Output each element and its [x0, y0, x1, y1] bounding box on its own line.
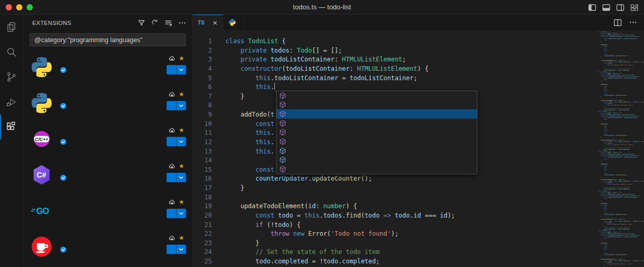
svg-text:C#: C#: [37, 171, 46, 179]
titlebar-layout-controls: [588, 0, 639, 15]
close-tab-icon[interactable]: ×: [213, 19, 218, 27]
code-line[interactable]: 19 updateTodoElement(id: number) {: [193, 202, 644, 211]
symbol-method-icon: [279, 100, 287, 109]
code-line[interactable]: 16 counterUpdater.updateCounter();: [193, 174, 644, 184]
activity-bar-item-source-control[interactable]: [0, 65, 23, 90]
install-button[interactable]: [167, 245, 176, 254]
suggestion-createTodoElement[interactable]: [276, 100, 477, 110]
customize-layout-icon[interactable]: [630, 3, 639, 12]
toggle-primary-sidebar-icon[interactable]: [588, 3, 597, 12]
install-button[interactable]: [167, 173, 176, 182]
more-actions-button[interactable]: [178, 18, 187, 28]
extension-details: ★: [60, 55, 186, 86]
tab-bar: TS ×: [193, 15, 644, 30]
suggestion-renderTodo[interactable]: [276, 128, 477, 137]
line-number: 4: [193, 65, 212, 74]
line-number: 17: [193, 184, 212, 193]
extension-item-c-c[interactable]: C/C++ ★: [23, 122, 192, 158]
code-line[interactable]: 17 }: [193, 184, 644, 193]
editor-actions: [613, 15, 644, 30]
install-dropdown-button[interactable]: [176, 65, 186, 74]
install-dropdown-button[interactable]: [176, 101, 186, 110]
line-number: 11: [193, 129, 212, 138]
suggestion-todoListContainer[interactable]: [276, 146, 477, 156]
install-dropdown-button[interactable]: [176, 173, 186, 182]
extension-stats: ★: [165, 126, 186, 134]
toggle-secondary-sidebar-icon[interactable]: [616, 3, 625, 12]
install-split-button: [167, 173, 186, 182]
suggestion-updateTodoElement[interactable]: [276, 164, 477, 174]
extension-item-go[interactable]: GO ★: [23, 194, 192, 230]
extension-details: ★: [60, 234, 186, 266]
clear-extensions-search-icon: [164, 18, 173, 28]
suggestion-removeTodos[interactable]: [276, 119, 477, 128]
extensions-search-input[interactable]: [30, 33, 186, 46]
star-icon: ★: [179, 162, 184, 170]
line-number: 20: [193, 211, 212, 221]
code-line[interactable]: 25 todo.completed = !todo.completed;: [193, 257, 644, 266]
extension-item-pylance[interactable]: ★: [23, 86, 192, 122]
code-line[interactable]: 5 this.todoListContainer = todoListConta…: [193, 74, 644, 83]
install-split-button: [167, 245, 186, 254]
extension-item-python[interactable]: ★: [23, 50, 192, 86]
tab-todos-ts[interactable]: TS ×: [193, 15, 223, 30]
suggestion-loadTodos[interactable]: [276, 109, 477, 119]
code-line[interactable]: 22 throw new Error('Todo not found');: [193, 230, 644, 239]
cloud-download-icon: [168, 162, 175, 170]
split-editor-icon: [613, 18, 622, 27]
code-line[interactable]: 23 }: [193, 239, 644, 248]
svg-text:GO: GO: [36, 206, 49, 216]
code-line[interactable]: 21 if (!todo) {: [193, 221, 644, 230]
minimap[interactable]: class TodoList { private todos: Todo[] =…: [594, 30, 644, 267]
install-dropdown-button[interactable]: [176, 209, 186, 218]
cloud-download-icon: [168, 91, 175, 98]
star-icon: ★: [179, 126, 184, 134]
install-button[interactable]: [167, 101, 176, 110]
activity-bar-item-search[interactable]: [0, 40, 23, 65]
extensions-sidebar: EXTENSIONS ★: [23, 15, 193, 267]
install-button[interactable]: [167, 137, 176, 146]
code-line[interactable]: 18: [193, 193, 644, 202]
code-line[interactable]: 24 // Set the state of the todo item: [193, 248, 644, 257]
code-line[interactable]: 3 private todoListContainer: HTMLUListEl…: [193, 55, 644, 65]
code-line[interactable]: 1 class TodoList {: [193, 37, 644, 46]
install-split-button: [167, 65, 186, 74]
split-editor-button[interactable]: [613, 18, 622, 27]
line-number: 6: [193, 83, 212, 92]
extension-details: ★: [60, 91, 186, 122]
explorer-icon: [5, 21, 18, 33]
line-number: 14: [193, 156, 212, 166]
install-button[interactable]: [167, 65, 176, 74]
symbol-method-icon: [279, 92, 287, 100]
install-dropdown-button[interactable]: [176, 245, 186, 254]
extension-item-c[interactable]: C# ★: [23, 158, 192, 194]
clear-extensions-search-button[interactable]: [164, 18, 173, 28]
suggestion-saveTodos[interactable]: [276, 137, 477, 146]
line-number: 21: [193, 221, 212, 230]
tab-app-py[interactable]: [223, 15, 245, 30]
extension-item-language-support-fo[interactable]: ★: [23, 230, 192, 266]
code-line[interactable]: 20 const todo = this.todos.find(todo => …: [193, 211, 644, 221]
activity-bar-item-run-debug[interactable]: [0, 90, 23, 115]
install-split-button: [167, 209, 186, 218]
activity-bar-item-extensions[interactable]: [0, 115, 23, 139]
install-button[interactable]: [167, 209, 176, 218]
toggle-panel-icon[interactable]: [602, 3, 611, 12]
python-logo-icon: [31, 92, 53, 114]
verified-publisher-icon: [60, 103, 67, 109]
chevron-down-icon: [178, 102, 185, 109]
suggestion-addTodo[interactable]: [276, 91, 477, 100]
workbench: EXTENSIONS ★: [0, 15, 644, 267]
verified-publisher-icon: [60, 174, 67, 181]
install-dropdown-button[interactable]: [176, 137, 186, 146]
suggestion-todos[interactable]: [276, 155, 477, 164]
filter-button[interactable]: [137, 18, 146, 28]
window-title: todos.ts — todo-list: [0, 3, 644, 11]
editor-more-actions-button[interactable]: [628, 18, 638, 27]
activity-bar-item-explorer[interactable]: [0, 15, 23, 40]
symbol-method-icon: [279, 119, 287, 128]
verified-publisher-icon: [60, 67, 67, 73]
code-line[interactable]: 4 constructor(todoListContainer: HTMLULi…: [193, 65, 644, 74]
code-line[interactable]: 2 private todos: Todo[] = [];: [193, 46, 644, 56]
refresh-button[interactable]: [150, 18, 160, 28]
